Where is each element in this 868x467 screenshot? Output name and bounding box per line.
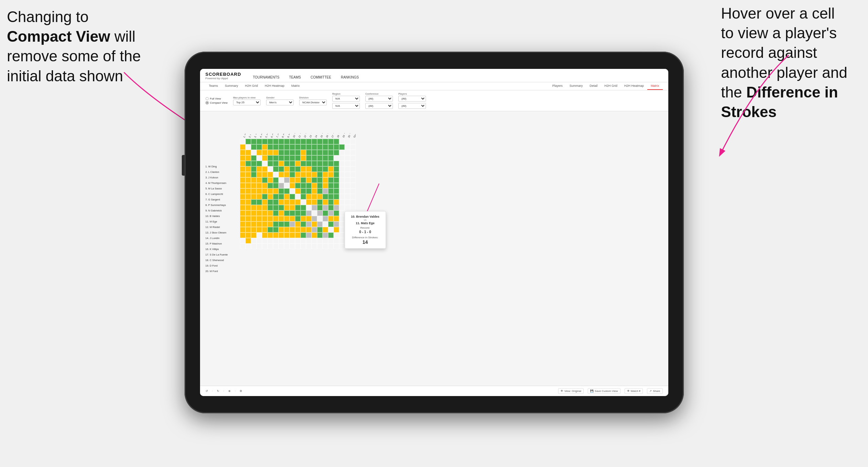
grid-cell[interactable] (290, 210, 295, 216)
grid-cell[interactable] (323, 216, 328, 221)
grid-cell[interactable] (323, 194, 328, 199)
grid-cell[interactable] (317, 232, 323, 238)
players-select-2[interactable]: (All) (398, 103, 426, 109)
grid-cell[interactable] (317, 139, 323, 144)
grid-cell[interactable] (334, 210, 339, 216)
grid-cell[interactable] (339, 150, 345, 155)
grid-cell[interactable] (328, 238, 334, 243)
grid-cell[interactable] (317, 172, 323, 177)
grid-cell[interactable] (273, 221, 279, 227)
grid-cell[interactable] (262, 155, 268, 161)
region-select-1[interactable]: N/A (332, 96, 360, 102)
grid-cell[interactable] (284, 183, 290, 188)
grid-cell[interactable] (268, 150, 273, 155)
grid-cell[interactable] (290, 238, 295, 243)
grid-cell[interactable] (295, 172, 301, 177)
grid-cell[interactable] (350, 188, 356, 194)
grid-cell[interactable] (279, 194, 284, 199)
nav-rankings[interactable]: RANKINGS (336, 73, 364, 82)
grid-cell[interactable] (323, 243, 328, 249)
grid-cell[interactable] (301, 177, 306, 183)
grid-cell[interactable] (345, 177, 350, 183)
grid-cell[interactable] (323, 232, 328, 238)
grid-cell[interactable] (251, 232, 257, 238)
grid-cell[interactable] (279, 199, 284, 205)
grid-cell[interactable] (295, 210, 301, 216)
max-players-select[interactable]: Top 25 (233, 100, 261, 105)
grid-cell[interactable] (345, 205, 350, 210)
grid-cell[interactable] (334, 221, 339, 227)
nav-tournaments[interactable]: TOURNAMENTS (248, 73, 284, 82)
grid-cell[interactable] (268, 161, 273, 166)
grid-cell[interactable] (245, 144, 251, 150)
grid-cell[interactable] (268, 172, 273, 177)
grid-cell[interactable] (328, 188, 334, 194)
grid-cell[interactable] (262, 238, 268, 243)
grid-cell[interactable] (257, 183, 262, 188)
grid-cell[interactable] (323, 155, 328, 161)
grid-cell[interactable] (257, 144, 262, 150)
grid-cell[interactable] (312, 188, 317, 194)
grid-cell[interactable] (268, 227, 273, 232)
grid-cell[interactable] (317, 210, 323, 216)
sub-nav-matrix-right[interactable]: Matrix (647, 82, 663, 90)
grid-cell[interactable] (240, 232, 245, 238)
grid-cell[interactable] (334, 144, 339, 150)
grid-cell[interactable] (257, 139, 262, 144)
grid-cell[interactable] (328, 144, 334, 150)
grid-cell[interactable] (251, 155, 257, 161)
grid-cell[interactable] (334, 199, 339, 205)
grid-cell[interactable] (279, 227, 284, 232)
grid-cell[interactable] (245, 150, 251, 155)
nav-teams[interactable]: TEAMS (284, 73, 305, 82)
grid-cell[interactable] (279, 155, 284, 161)
grid-cell[interactable] (339, 144, 345, 150)
grid-cell[interactable] (273, 188, 279, 194)
sub-nav-h2h-heatmap-right[interactable]: H2H Heatmap (621, 82, 647, 90)
grid-cell[interactable] (345, 139, 350, 144)
grid-cell[interactable] (268, 144, 273, 150)
grid-cell[interactable] (339, 161, 345, 166)
grid-cell[interactable] (350, 161, 356, 166)
grid-cell[interactable] (328, 150, 334, 155)
grid-cell[interactable] (295, 183, 301, 188)
grid-cell[interactable] (268, 232, 273, 238)
grid-cell[interactable] (284, 177, 290, 183)
grid-cell[interactable] (262, 144, 268, 150)
grid-cell[interactable] (284, 139, 290, 144)
grid-cell[interactable] (301, 216, 306, 221)
grid-cell[interactable] (301, 243, 306, 249)
sub-nav-h2h-heatmap[interactable]: H2H Heatmap (261, 82, 288, 90)
grid-cell[interactable] (284, 243, 290, 249)
grid-cell[interactable] (262, 199, 268, 205)
grid-cell[interactable] (240, 216, 245, 221)
grid-cell[interactable] (328, 210, 334, 216)
grid-cell[interactable] (245, 194, 251, 199)
grid-cell[interactable] (317, 238, 323, 243)
grid-cell[interactable] (312, 243, 317, 249)
grid-cell[interactable] (312, 199, 317, 205)
grid-cell[interactable] (306, 177, 312, 183)
grid-cell[interactable] (312, 232, 317, 238)
grid-cell[interactable] (240, 210, 245, 216)
grid-cell[interactable] (257, 221, 262, 227)
grid-cell[interactable] (284, 161, 290, 166)
grid-cell[interactable] (290, 205, 295, 210)
grid-cell[interactable] (273, 166, 279, 172)
sub-nav-summary[interactable]: Summary (221, 82, 242, 90)
grid-cell[interactable] (306, 150, 312, 155)
grid-cell[interactable] (273, 183, 279, 188)
grid-cell[interactable] (290, 150, 295, 155)
grid-cell[interactable] (262, 177, 268, 183)
grid-cell[interactable] (279, 144, 284, 150)
grid-cell[interactable] (323, 205, 328, 210)
grid-cell[interactable] (328, 166, 334, 172)
grid-cell[interactable] (262, 150, 268, 155)
grid-cell[interactable] (323, 166, 328, 172)
grid-cell[interactable] (350, 177, 356, 183)
grid-cell[interactable] (306, 205, 312, 210)
grid-cell[interactable] (268, 194, 273, 199)
grid-cell[interactable] (279, 177, 284, 183)
grid-cell[interactable] (290, 232, 295, 238)
region-select-2[interactable]: N/A (332, 103, 360, 109)
